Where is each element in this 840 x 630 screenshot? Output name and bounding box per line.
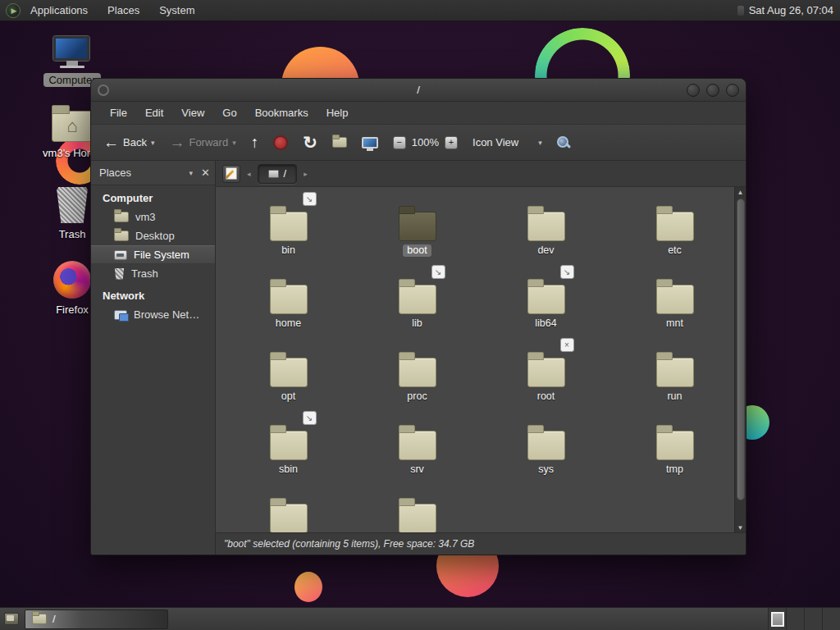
folder-icon: [399, 285, 436, 314]
path-scroll-left-icon: ◂: [247, 170, 251, 178]
back-button[interactable]: ← Back ▾: [99, 132, 158, 153]
sidebar-item-file-system[interactable]: File System: [91, 245, 215, 264]
forward-history-caret-icon: ▾: [232, 139, 236, 147]
distro-menu-icon[interactable]: ▶: [6, 3, 21, 18]
back-history-caret-icon[interactable]: ▾: [151, 139, 155, 147]
view-mode-dropdown[interactable]: Icon View ▾: [468, 134, 546, 151]
sidebar-item-desktop[interactable]: Desktop: [91, 226, 215, 245]
file-item-row5-b[interactable]: [353, 489, 482, 532]
computer-button[interactable]: [358, 135, 382, 151]
menu-file[interactable]: File: [101, 102, 136, 125]
file-item-srv[interactable]: srv: [353, 416, 482, 489]
window-menu-icon[interactable]: [98, 84, 109, 96]
file-name: root: [533, 390, 559, 403]
edit-location-button[interactable]: [222, 165, 240, 183]
file-item-bin[interactable]: ↘ bin: [224, 197, 353, 270]
file-item-dev[interactable]: dev: [482, 197, 610, 270]
zoom-level: 100%: [412, 136, 439, 148]
maximize-button[interactable]: [706, 84, 719, 97]
firefox-icon: [53, 261, 91, 299]
side-pane-selector[interactable]: Places ▾ ✕: [91, 161, 215, 185]
zoom-out-button[interactable]: −: [393, 136, 406, 149]
workspace-thumb: [771, 612, 784, 627]
home-folder-icon: [114, 212, 129, 222]
show-desktop-button[interactable]: [2, 609, 21, 629]
wallpaper-blob-orange-small-bottom: [294, 572, 322, 602]
search-button[interactable]: [553, 134, 573, 151]
file-item-boot[interactable]: boot: [353, 197, 482, 270]
close-button[interactable]: [726, 84, 739, 97]
workspace-2[interactable]: [786, 608, 804, 630]
file-item-run[interactable]: run: [610, 343, 734, 416]
menu-system[interactable]: System: [149, 0, 204, 21]
side-pane-caret-icon: ▾: [189, 169, 194, 177]
forward-button[interactable]: → Forward ▾: [165, 132, 240, 153]
top-panel: ▶ Applications Places System Sat Aug 26,…: [0, 0, 840, 21]
folder-icon: [656, 358, 694, 387]
up-button[interactable]: ↑: [247, 132, 263, 153]
zoom-in-button[interactable]: +: [445, 136, 458, 149]
scrollbar-thumb[interactable]: [737, 199, 745, 500]
menu-go[interactable]: Go: [213, 102, 245, 125]
file-name: dev: [533, 244, 558, 257]
sidebar-item-label: Browse Net…: [134, 308, 199, 321]
file-item-row5-a[interactable]: [224, 489, 353, 532]
home-button[interactable]: [328, 135, 351, 150]
file-item-sbin[interactable]: ↘ sbin: [224, 416, 353, 489]
reload-button[interactable]: ↻: [299, 131, 322, 153]
scroll-up-icon[interactable]: ▲: [737, 187, 744, 197]
sidebar-item-vm3[interactable]: vm3: [91, 208, 215, 226]
file-item-etc[interactable]: etc: [610, 197, 734, 270]
desktop-icon-label: Trash: [54, 227, 91, 241]
vertical-scrollbar[interactable]: ▲ ▼: [734, 187, 746, 532]
zoom-controls: − 100% +: [389, 134, 462, 152]
scroll-down-icon[interactable]: ▼: [737, 523, 744, 532]
workspace-switcher: [768, 608, 840, 630]
computer-base: [60, 66, 84, 68]
icon-view[interactable]: ↘ bin boot dev: [216, 187, 734, 532]
file-name: lib64: [531, 317, 560, 330]
window-menubar: File Edit View Go Bookmarks Help: [91, 102, 746, 125]
sidebar-item-browse-network[interactable]: Browse Net…: [91, 305, 215, 324]
task-button-root-window[interactable]: /: [25, 609, 168, 629]
menu-applications[interactable]: Applications: [21, 0, 98, 21]
stop-icon: [273, 135, 288, 150]
stop-button[interactable]: [269, 133, 292, 153]
path-segment-root[interactable]: /: [258, 164, 298, 184]
clock-area[interactable]: Sat Aug 26, 07:04: [737, 4, 840, 16]
menu-bookmarks[interactable]: Bookmarks: [246, 102, 317, 125]
menu-view[interactable]: View: [172, 102, 213, 125]
file-item-sys[interactable]: sys: [482, 416, 610, 489]
file-item-tmp[interactable]: tmp: [610, 416, 734, 489]
file-item-root[interactable]: × root: [482, 343, 610, 416]
folder-icon: [270, 285, 308, 314]
workspace-4[interactable]: [822, 608, 840, 630]
file-item-opt[interactable]: opt: [224, 343, 353, 416]
view-mode-label: Icon View: [472, 136, 518, 148]
menu-places[interactable]: Places: [98, 0, 149, 21]
sidebar-item-label: File System: [134, 249, 189, 261]
file-manager-window: / File Edit View Go Bookmarks Help ← Bac…: [90, 78, 746, 555]
workspace-thumb: [807, 612, 820, 627]
workspace-1[interactable]: [768, 608, 786, 630]
file-item-proc[interactable]: proc: [353, 343, 482, 416]
trash-icon: [114, 268, 125, 280]
workspace-3[interactable]: [804, 608, 822, 630]
drive-icon: [114, 250, 127, 260]
workspace-thumb: [789, 612, 802, 627]
file-item-lib[interactable]: ↘ lib: [353, 270, 482, 343]
menu-edit[interactable]: Edit: [136, 102, 172, 125]
file-item-home[interactable]: home: [224, 270, 353, 343]
sidebar-section-computer: Computer: [91, 185, 215, 208]
file-name: tmp: [662, 463, 687, 476]
sidebar-section-network: Network: [91, 283, 215, 305]
file-item-mnt[interactable]: mnt: [610, 270, 734, 343]
reload-icon: ↻: [303, 134, 317, 151]
file-item-lib64[interactable]: ↘ lib64: [482, 270, 610, 343]
sidebar-item-trash[interactable]: Trash: [91, 264, 215, 283]
minimize-button[interactable]: [687, 84, 700, 97]
side-pane-close-icon[interactable]: ✕: [201, 167, 210, 179]
menu-help[interactable]: Help: [317, 102, 358, 125]
folder-icon-selected: [399, 212, 436, 241]
window-titlebar[interactable]: /: [91, 79, 746, 102]
